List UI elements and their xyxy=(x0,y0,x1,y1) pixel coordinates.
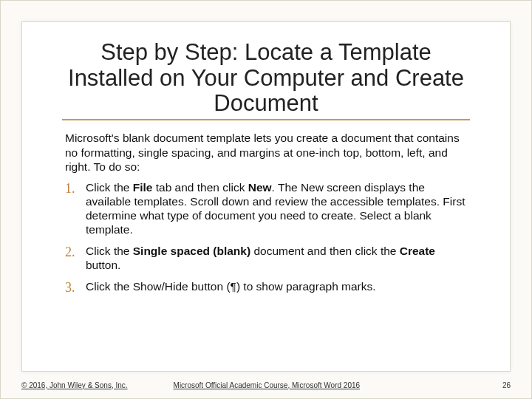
step-list: 1. Click the File tab and then click New… xyxy=(62,181,470,296)
intro-paragraph: Microsoft's blank document template lets… xyxy=(62,131,470,174)
content-box: Step by Step: Locate a Template Installe… xyxy=(21,21,511,372)
step-number: 1. xyxy=(65,181,86,197)
step-number: 3. xyxy=(65,280,86,296)
slide-title: Step by Step: Locate a Template Installe… xyxy=(62,40,470,117)
title-underline xyxy=(62,119,470,120)
step-body: Click the File tab and then click New. T… xyxy=(86,181,467,237)
slide: Step by Step: Locate a Template Installe… xyxy=(0,0,532,399)
list-item: 2. Click the Single spaced (blank) docum… xyxy=(65,245,467,273)
step-body: Click the Show/Hide button (¶) to show p… xyxy=(86,280,467,294)
copyright-text: © 2016, John Wiley & Sons, Inc. xyxy=(21,381,128,389)
step-body: Click the Single spaced (blank) document… xyxy=(86,245,467,273)
course-text: Microsoft Official Academic Course, Micr… xyxy=(174,381,361,389)
page-number: 26 xyxy=(502,381,511,389)
list-item: 1. Click the File tab and then click New… xyxy=(65,181,467,237)
list-item: 3. Click the Show/Hide button (¶) to sho… xyxy=(65,280,467,296)
step-number: 2. xyxy=(65,245,86,261)
footer: © 2016, John Wiley & Sons, Inc. Microsof… xyxy=(21,376,511,394)
